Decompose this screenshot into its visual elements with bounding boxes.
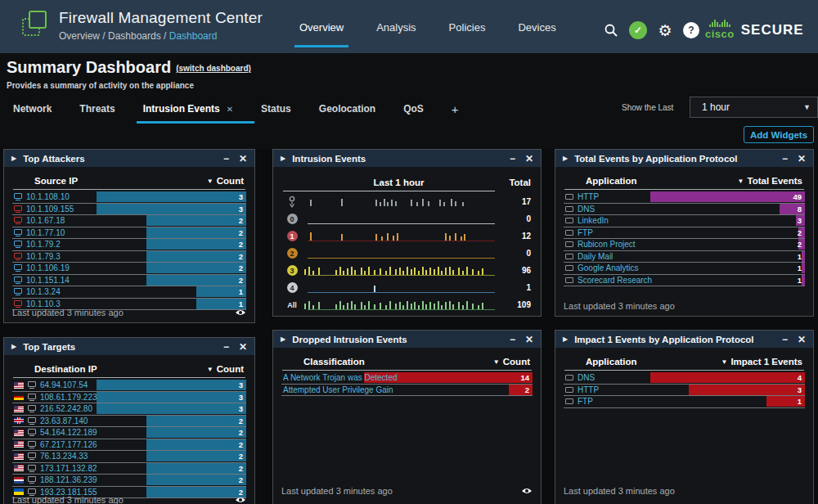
table-row[interactable]: 10.1.79.22 bbox=[12, 239, 246, 251]
row-label[interactable]: 108.61.179.223 bbox=[14, 392, 97, 403]
row-label[interactable]: Rubicon Project bbox=[565, 239, 636, 250]
row-label[interactable]: 10.1.106.19 bbox=[14, 263, 70, 273]
table-row[interactable]: Google Analytics1 bbox=[564, 263, 805, 275]
breadcrumb-current[interactable]: Dashboard bbox=[169, 30, 218, 42]
table-row[interactable]: 10.1.79.32 bbox=[12, 251, 246, 263]
row-label[interactable]: 10.1.77.10 bbox=[14, 227, 65, 238]
widget-header[interactable]: ▶ Top Attackers − ✕ bbox=[4, 150, 254, 167]
widget-header[interactable]: ▶ Dropped Intrusion Events − ✕ bbox=[273, 331, 541, 348]
row-label[interactable]: LinkedIn bbox=[565, 215, 609, 226]
intrusion-events-row[interactable]: 396 bbox=[281, 262, 533, 279]
collapse-icon[interactable]: ▶ bbox=[11, 343, 16, 350]
collapse-icon[interactable]: ▶ bbox=[281, 335, 285, 343]
row-label[interactable]: Google Analytics bbox=[565, 263, 639, 273]
row-label[interactable]: 10.1.67.18 bbox=[14, 215, 65, 226]
minimize-icon[interactable]: − bbox=[223, 154, 229, 164]
table-row[interactable]: 10.1.106.192 bbox=[12, 263, 246, 275]
intrusion-events-row[interactable]: 41 bbox=[281, 279, 533, 296]
close-icon[interactable]: ✕ bbox=[239, 342, 247, 352]
table-row[interactable]: DNS4 bbox=[564, 372, 805, 385]
tab-close-icon[interactable]: ✕ bbox=[227, 105, 233, 114]
table-row[interactable]: 173.171.132.822 bbox=[12, 463, 246, 475]
intrusion-events-row[interactable]: 112 bbox=[281, 227, 533, 245]
table-row[interactable]: HTTP3 bbox=[564, 385, 805, 397]
collapse-icon[interactable]: ▶ bbox=[281, 155, 285, 162]
table-row[interactable]: 54.164.122.1892 bbox=[12, 427, 246, 439]
row-label[interactable]: 10.1.79.3 bbox=[14, 251, 61, 262]
table-row[interactable]: HTTP49 bbox=[564, 191, 805, 204]
eye-icon[interactable] bbox=[235, 308, 246, 317]
table-row[interactable]: 10.1.109.1553 bbox=[12, 204, 246, 216]
row-label[interactable]: 10.1.108.10 bbox=[14, 191, 70, 202]
nav-analysis[interactable]: Analysis bbox=[373, 2, 419, 52]
minimize-icon[interactable]: − bbox=[223, 342, 229, 352]
row-label[interactable]: 188.121.36.239 bbox=[14, 475, 97, 485]
row-label[interactable]: 173.171.132.82 bbox=[14, 463, 97, 474]
row-label[interactable]: 23.63.87.140 bbox=[14, 416, 88, 426]
minimize-icon[interactable]: − bbox=[510, 335, 515, 344]
table-row[interactable]: 10.1.151.142 bbox=[12, 275, 246, 287]
table-row[interactable]: 108.61.179.2233 bbox=[12, 392, 246, 404]
row-label[interactable]: Attempted User Privilege Gain bbox=[283, 385, 393, 395]
row-label[interactable]: 193.23.181.155 bbox=[14, 487, 97, 497]
table-row[interactable]: LinkedIn3 bbox=[564, 215, 805, 227]
column-count[interactable]: ▼Count bbox=[207, 176, 244, 186]
column-classification[interactable]: Classification bbox=[303, 357, 365, 367]
table-row[interactable]: 10.1.77.102 bbox=[12, 227, 246, 240]
row-label[interactable]: 54.164.122.189 bbox=[14, 427, 97, 438]
settings-gear-icon[interactable]: ⚙ bbox=[656, 21, 674, 39]
table-row[interactable]: 188.121.36.2392 bbox=[12, 475, 246, 487]
tab-threats[interactable]: Threats bbox=[78, 96, 116, 122]
row-label[interactable]: A Network Trojan was Detected bbox=[283, 372, 398, 383]
intrusion-events-row[interactable]: All109 bbox=[281, 296, 533, 313]
table-row[interactable]: DNS8 bbox=[564, 204, 805, 216]
row-label[interactable]: 64.94.107.54 bbox=[14, 380, 88, 390]
table-row[interactable]: 10.1.3.241 bbox=[12, 286, 246, 299]
eye-icon[interactable] bbox=[235, 496, 246, 504]
minimize-icon[interactable]: − bbox=[782, 154, 788, 164]
table-row[interactable]: FTP1 bbox=[564, 396, 805, 408]
collapse-icon[interactable]: ▶ bbox=[563, 335, 568, 343]
table-row[interactable]: Rubicon Project2 bbox=[564, 239, 805, 251]
row-label[interactable]: 10.1.151.14 bbox=[14, 275, 70, 286]
column-application[interactable]: Application bbox=[586, 357, 637, 367]
close-icon[interactable]: ✕ bbox=[239, 154, 247, 164]
row-label[interactable]: 216.52.242.80 bbox=[14, 403, 92, 414]
table-row[interactable]: 216.52.242.803 bbox=[12, 403, 246, 416]
time-range-dropdown[interactable]: 1 hour ▼ bbox=[690, 97, 818, 118]
table-row[interactable]: Daily Mail1 bbox=[564, 251, 805, 263]
row-label[interactable]: 10.1.79.2 bbox=[14, 239, 61, 250]
close-icon[interactable]: ✕ bbox=[798, 154, 806, 164]
row-label[interactable]: 76.13.234.33 bbox=[14, 451, 88, 461]
row-label[interactable]: 10.1.109.155 bbox=[14, 204, 74, 214]
column-total-events[interactable]: ▼Total Events bbox=[738, 176, 802, 186]
table-row[interactable]: 10.1.67.182 bbox=[12, 215, 246, 227]
close-icon[interactable]: ✕ bbox=[525, 154, 533, 164]
row-label[interactable]: HTTP bbox=[565, 385, 599, 395]
row-label[interactable]: DNS bbox=[565, 204, 595, 214]
intrusion-events-row[interactable]: 20 bbox=[281, 245, 533, 262]
close-icon[interactable]: ✕ bbox=[798, 335, 806, 344]
widget-header[interactable]: ▶ Impact 1 Events by Application Protoco… bbox=[555, 331, 813, 348]
widget-header[interactable]: ▶ Total Events by Application Protocol −… bbox=[555, 150, 813, 167]
nav-devices[interactable]: Devices bbox=[515, 2, 559, 52]
row-label[interactable]: Scorecard Research bbox=[565, 275, 652, 286]
intrusion-events-row[interactable]: 00 bbox=[281, 210, 533, 227]
help-icon[interactable]: ? bbox=[683, 22, 699, 38]
column-application[interactable]: Application bbox=[586, 176, 637, 186]
tab-qos[interactable]: QoS bbox=[402, 96, 425, 122]
table-row[interactable]: Attempted User Privilege Gain2 bbox=[281, 385, 533, 397]
column-impact1-events[interactable]: ▼Impact 1 Events bbox=[721, 357, 803, 367]
eye-icon[interactable] bbox=[521, 487, 533, 495]
tab-network[interactable]: Network bbox=[11, 96, 53, 122]
table-row[interactable]: FTP2 bbox=[564, 227, 805, 240]
tab-intrusion-events[interactable]: Intrusion Events✕ bbox=[142, 96, 235, 122]
switch-dashboard-link[interactable]: (switch dashboard) bbox=[176, 64, 251, 73]
collapse-icon[interactable]: ▶ bbox=[11, 155, 16, 162]
table-row[interactable]: A Network Trojan was Detected14 bbox=[281, 372, 533, 385]
column-destination-ip[interactable]: Destination IP bbox=[34, 364, 97, 374]
search-icon[interactable] bbox=[602, 21, 620, 39]
row-label[interactable]: FTP bbox=[565, 227, 593, 238]
column-source-ip[interactable]: Source IP bbox=[34, 176, 78, 186]
table-row[interactable]: 23.63.87.1402 bbox=[12, 416, 246, 428]
